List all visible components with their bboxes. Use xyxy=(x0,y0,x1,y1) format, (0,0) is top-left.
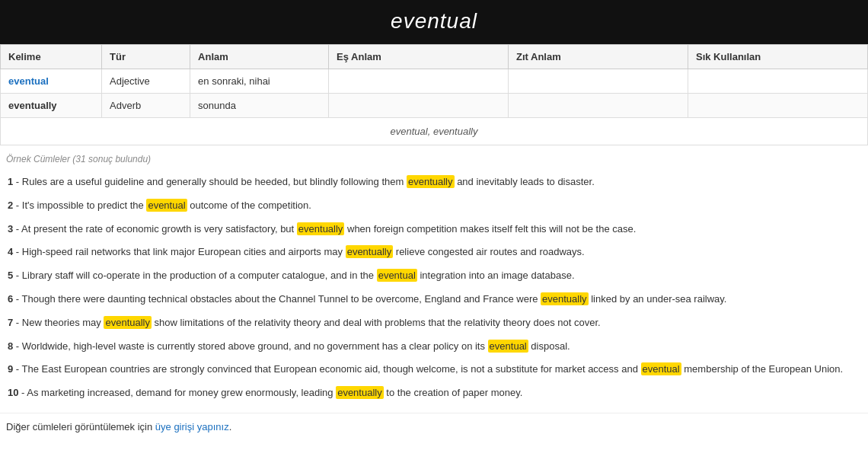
table-cell-antonym xyxy=(509,94,688,118)
list-item: 2 - It's impossible to predict the event… xyxy=(6,194,862,218)
table-cell-common xyxy=(688,94,868,118)
highlighted-word: eventual xyxy=(377,269,417,282)
related-words: eventual, eventually xyxy=(0,118,868,145)
dictionary-table: Kelime Tür Anlam Eş Anlam Zıt Anlam Sık … xyxy=(0,44,868,118)
table-row: eventualAdjectiveen sonraki, nihai xyxy=(1,69,868,94)
list-item: 6 - Though there were daunting technical… xyxy=(6,288,862,311)
table-cell-common xyxy=(688,69,868,94)
footer-text: Diğer cümleleri görüntülemek için xyxy=(6,421,155,432)
table-cell-synonym xyxy=(329,69,509,94)
table-cell-word: eventually xyxy=(1,94,102,118)
sentence-number: 1 xyxy=(8,176,13,187)
highlighted-word: eventually xyxy=(297,222,345,235)
highlighted-word: eventually xyxy=(346,245,394,258)
list-item: 7 - New theories may eventually show lim… xyxy=(6,311,862,335)
highlighted-word: eventually xyxy=(104,316,152,329)
highlighted-word: eventual xyxy=(488,340,528,353)
col-header-meaning: Anlam xyxy=(190,45,329,69)
list-item: 10 - As marketing increased, demand for … xyxy=(6,381,862,405)
page-title: eventual xyxy=(0,9,868,34)
sentence-number: 8 xyxy=(8,340,13,352)
highlighted-word: eventually xyxy=(336,386,384,399)
table-cell-meaning: sonunda xyxy=(190,94,329,118)
page-header: eventual xyxy=(0,0,868,44)
example-section: Örnek Cümleler (31 sonuç bulundu) 1 - Ru… xyxy=(0,145,868,408)
table-cell-type: Adjective xyxy=(102,69,190,94)
highlighted-word: eventual xyxy=(146,199,187,212)
list-item: 9 - The East European countries are stro… xyxy=(6,358,862,381)
footer-note: Diğer cümleleri görüntülemek için üye gi… xyxy=(0,413,868,439)
col-header-antonym: Zıt Anlam xyxy=(509,45,688,69)
col-header-synonym: Eş Anlam xyxy=(329,45,509,69)
sentence-number: 2 xyxy=(8,199,13,211)
footer-end: . xyxy=(229,421,232,432)
sentence-number: 7 xyxy=(8,317,13,328)
table-cell-word[interactable]: eventual xyxy=(1,69,102,94)
sentence-number: 5 xyxy=(8,270,13,281)
highlighted-word: eventual xyxy=(641,362,681,375)
sentence-number: 3 xyxy=(8,223,13,235)
example-title: Örnek Cümleler (31 sonuç bulundu) xyxy=(6,153,862,164)
table-cell-synonym xyxy=(329,94,509,118)
highlighted-word: eventually xyxy=(541,292,589,305)
example-count: (31 sonuç bulundu) xyxy=(72,154,151,164)
list-item: 5 - Library staff will co-operate in the… xyxy=(6,264,862,288)
login-link[interactable]: üye girişi yapınız xyxy=(155,421,229,432)
table-cell-type: Adverb xyxy=(102,94,190,118)
example-list: 1 - Rules are a useful guideline and gen… xyxy=(6,171,862,405)
table-header-row: Kelime Tür Anlam Eş Anlam Zıt Anlam Sık … xyxy=(1,45,868,69)
word-link[interactable]: eventual xyxy=(8,75,49,87)
sentence-number: 6 xyxy=(8,293,13,305)
sentence-number: 10 xyxy=(8,387,18,398)
list-item: 8 - Worldwide, high-level waste is curre… xyxy=(6,335,862,359)
sentence-number: 4 xyxy=(8,246,13,257)
list-item: 3 - At present the rate of economic grow… xyxy=(6,218,862,241)
table-cell-meaning: en sonraki, nihai xyxy=(190,69,329,94)
example-title-text: Örnek Cümleler xyxy=(6,154,72,164)
sentence-number: 9 xyxy=(8,363,13,375)
table-cell-antonym xyxy=(509,69,688,94)
col-header-common: Sık Kullanılan xyxy=(688,45,868,69)
highlighted-word: eventually xyxy=(407,175,455,188)
col-header-type: Tür xyxy=(102,45,190,69)
table-row: eventuallyAdverbsonunda xyxy=(1,94,868,118)
list-item: 4 - High-speed rail networks that link m… xyxy=(6,241,862,264)
list-item: 1 - Rules are a useful guideline and gen… xyxy=(6,171,862,194)
col-header-word: Kelime xyxy=(1,45,102,69)
